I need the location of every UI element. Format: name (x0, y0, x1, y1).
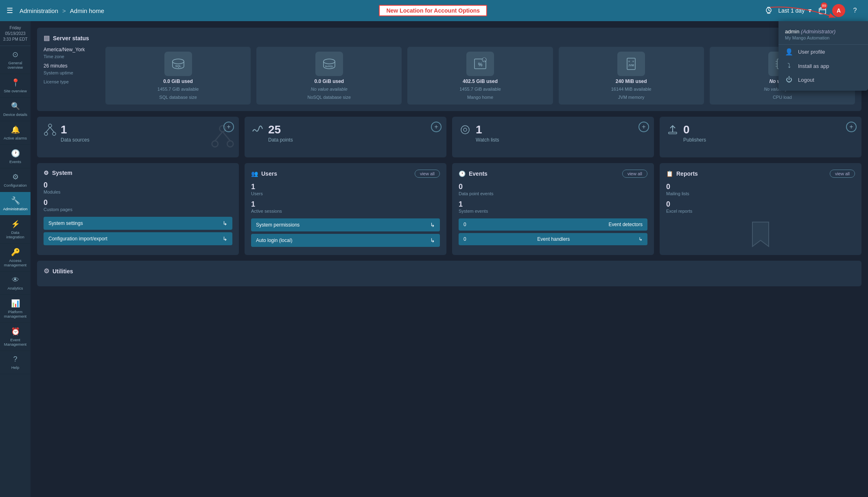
license-label: License type (44, 79, 101, 84)
svg-text:%: % (483, 59, 485, 62)
auto-login-arrow: ↳ (430, 237, 435, 244)
time-range-selector[interactable]: Last 1 day ▼ (778, 7, 813, 14)
user-avatar-button[interactable]: A (832, 4, 845, 17)
sidebar-item-administration[interactable]: 🔧 Administration (0, 192, 31, 216)
mailing-lists-label: Mailing lists (666, 191, 855, 196)
sidebar-item-device-details[interactable]: 🔍 Device details (0, 98, 31, 121)
events-icon: 🕐 (11, 149, 20, 158)
topbar-left: ☰ Administration > Admin home (7, 6, 104, 15)
menu-icon[interactable]: ☰ (7, 6, 13, 15)
server-status-icon: ▤ (44, 34, 50, 42)
svg-rect-41 (669, 132, 677, 134)
utilities-title: ⚙ Utilities (44, 267, 855, 275)
server-status-grid: America/New_York Time zone 26 minutes Sy… (44, 47, 855, 105)
platform-management-icon: 📊 (11, 299, 20, 308)
svg-rect-2 (819, 8, 826, 14)
reports-title-label: Reports (676, 170, 698, 177)
modules-stat: 0 Modules (44, 181, 232, 194)
events-card: 🕐 Events view all 0 Data point events 1 … (452, 163, 654, 255)
sidebar-label-configuration: Configuration (4, 183, 27, 187)
event-handlers-label: Event handlers (537, 236, 570, 242)
dropdown-item-install-app[interactable]: ⤵ Install as app (778, 59, 868, 73)
tile-watch-lists-header: 1 Watch lists (459, 123, 647, 143)
dropdown-username: admin (Administrator) (785, 28, 861, 35)
timezone-value: America/New_York (44, 47, 101, 52)
tile-data-sources[interactable]: 1 Data sources + (37, 117, 239, 157)
modules-count: 0 (44, 181, 232, 190)
sidebar-item-access-management[interactable]: 🔑 Access management (0, 244, 31, 272)
nosql-used: 0.0 GiB used (314, 78, 344, 84)
utilities-icon: ⚙ (44, 267, 49, 275)
sidebar-item-data-integration[interactable]: ⚡ Data integration (0, 216, 31, 244)
event-detectors-button[interactable]: 0 Event detectors (459, 218, 647, 231)
reports-icon: 📋 (666, 170, 673, 177)
dropdown-item-logout[interactable]: ⏻ Logout (778, 73, 868, 87)
system-settings-button[interactable]: System settings ↳ (44, 217, 232, 230)
publishers-add-button[interactable]: + (846, 122, 857, 132)
sidebar-item-site-overview[interactable]: 📍 Site overview (0, 74, 31, 98)
config-import-export-button[interactable]: Configuration import/export ↳ (44, 232, 232, 245)
watch-lists-icon (459, 123, 472, 139)
data-sources-label: Data sources (61, 137, 90, 143)
users-view-all-button[interactable]: view all (415, 170, 440, 178)
topbar: ☰ Administration > Admin home New Locati… (0, 0, 868, 21)
sidebar-item-event-management[interactable]: ⏰ Event Management (0, 323, 31, 351)
event-detectors-label: Event detectors (609, 222, 643, 227)
config-import-export-label: Configuration import/export (48, 236, 107, 242)
events-view-all-button[interactable]: view all (622, 170, 647, 178)
alarm-icon[interactable]: 89 (762, 4, 775, 17)
custom-pages-count: 0 (44, 198, 232, 207)
tile-watch-lists[interactable]: 1 Watch lists + (452, 117, 654, 157)
utilities-label: Utilities (52, 268, 73, 275)
general-overview-icon: ⊙ (12, 50, 18, 59)
site-overview-icon: 📍 (11, 78, 20, 87)
sidebar-item-active-alarms[interactable]: 🔔 Active alarms (0, 121, 31, 145)
system-events-count: 1 (459, 200, 647, 209)
mango-home-available: 1455.7 GiB available (459, 87, 501, 92)
sidebar-item-configuration[interactable]: ⚙ Configuration (0, 168, 31, 192)
help-sidebar-icon: ? (13, 355, 17, 364)
data-sources-add-button[interactable]: + (223, 122, 234, 132)
new-location-badge: New Location for Account Options (379, 5, 487, 16)
sidebar-label-general-overview: General overview (2, 61, 29, 70)
sidebar-label-data-integration: Data integration (2, 230, 29, 239)
reports-view-all-button[interactable]: view all (830, 170, 855, 178)
sidebar-item-help[interactable]: ? Help (0, 351, 31, 374)
watch-lists-add-button[interactable]: + (638, 122, 649, 132)
active-sessions-label: Active sessions (251, 209, 440, 214)
users-count: 1 (251, 183, 440, 191)
sidebar-label-administration: Administration (3, 207, 27, 211)
mango-home-used: 402.5 GiB used (463, 78, 498, 84)
users-card: 👥 Users view all 1 Users 1 Active sessio… (245, 163, 446, 255)
server-stat-items: SQL 0.0 GiB used 1455.7 GiB available SQ… (105, 47, 855, 105)
main-content: ▤ Server status America/New_York Time zo… (31, 21, 868, 497)
tile-data-sources-header: 1 Data sources (44, 123, 232, 143)
main-layout: Friday05/19/20233:33 PM EDT ⊙ General ov… (0, 21, 868, 497)
sidebar-item-general-overview[interactable]: ⊙ General overview (0, 46, 31, 74)
reports-title: 📋 Reports (666, 170, 698, 177)
sql-icon-container: SQL (164, 52, 192, 76)
nosql-icon-container: NoSQL (315, 52, 343, 76)
sidebar-item-analytics[interactable]: 👁 Analytics (0, 272, 31, 295)
dropdown-user-profile-label: User profile (798, 49, 825, 55)
administration-icon: 🔧 (11, 196, 20, 205)
sidebar-item-events[interactable]: 🕐 Events (0, 145, 31, 168)
auto-login-button[interactable]: Auto login (local) ↳ (251, 234, 440, 247)
data-points-add-button[interactable]: + (431, 122, 442, 132)
mailing-lists-count: 0 (666, 183, 855, 191)
sidebar-item-platform-management[interactable]: 📊 Platform management (0, 295, 31, 323)
tile-data-points[interactable]: 25 Data points + (245, 117, 446, 157)
tile-data-points-info: 25 Data points (268, 123, 293, 143)
tile-publishers[interactable]: 0 Publishers + (660, 117, 861, 157)
system-permissions-button[interactable]: System permissions ↳ (251, 218, 440, 231)
event-handlers-button[interactable]: 0 Event handlers ↳ (459, 233, 647, 245)
users-label: Users (251, 191, 440, 196)
excel-reports-stat: 0 Excel reports (666, 200, 855, 214)
sidebar-label-analytics: Analytics (7, 286, 23, 290)
svg-point-29 (48, 124, 52, 127)
help-icon[interactable]: ? (848, 4, 861, 17)
users-count-stat: 1 Users (251, 183, 440, 196)
system-icon: ⚙ (44, 170, 49, 176)
system-settings-arrow: ↳ (223, 220, 227, 227)
dropdown-item-user-profile[interactable]: 👤 User profile (778, 45, 868, 59)
